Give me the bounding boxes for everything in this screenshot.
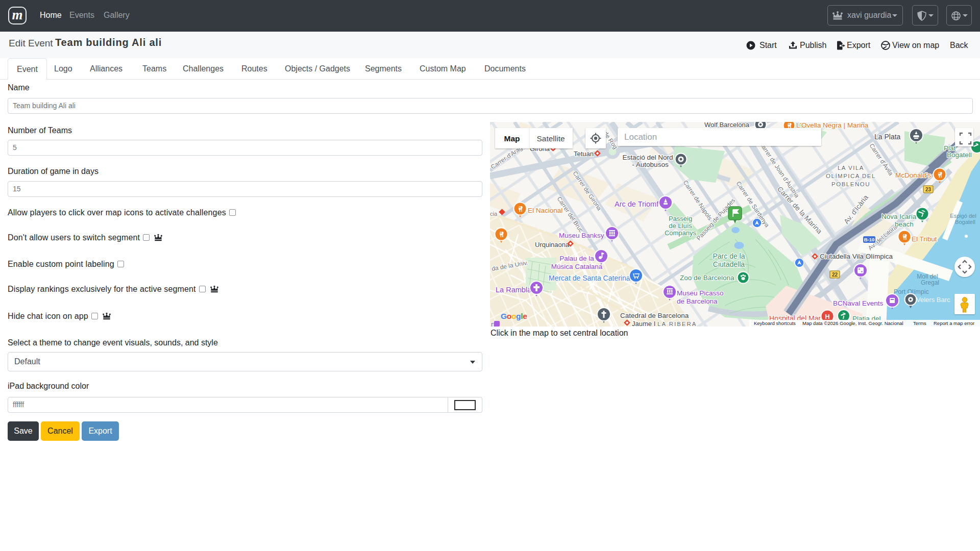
- svg-text:Satellite: Satellite: [536, 134, 565, 143]
- svg-text:Ciutadella Vila Olímpica: Ciutadella Vila Olímpica: [820, 253, 893, 260]
- svg-text:Google: Google: [501, 312, 527, 320]
- svg-text:B-10: B-10: [864, 237, 875, 242]
- svg-text:Report a map error: Report a map error: [934, 320, 974, 326]
- svg-text:Espigó del: Espigó del: [950, 213, 976, 219]
- svg-text:McDonald's: McDonald's: [895, 171, 931, 179]
- svg-text:La Rambla: La Rambla: [496, 286, 532, 294]
- svg-text:La Plata: La Plata: [874, 133, 901, 141]
- svg-text:m: m: [12, 8, 22, 22]
- svg-text:Mercat de Santa Caterina: Mercat de Santa Caterina: [549, 274, 630, 282]
- svg-text:LA VILA: LA VILA: [838, 165, 864, 171]
- svg-text:Zoo de Barcelona: Zoo de Barcelona: [680, 274, 734, 282]
- svg-text:Ciutadella: Ciutadella: [713, 260, 745, 268]
- svg-text:LA RIBERA: LA RIBERA: [657, 321, 697, 327]
- svg-text:H: H: [825, 313, 829, 320]
- svg-text:Museu Picasso: Museu Picasso: [677, 289, 724, 297]
- svg-text:- Autobusos: - Autobusos: [632, 161, 669, 168]
- svg-text:BCNaval Events: BCNaval Events: [833, 299, 884, 307]
- svg-text:Estació del Nord: Estació del Nord: [622, 154, 673, 161]
- svg-text:Urquinaona: Urquinaona: [535, 241, 570, 248]
- svg-text:El Nacional: El Nacional: [528, 207, 562, 214]
- svg-text:OLÍMPICA DEL: OLÍMPICA DEL: [826, 173, 876, 179]
- svg-text:Música Catalana: Música Catalana: [551, 263, 603, 270]
- svg-text:22: 22: [832, 272, 838, 278]
- svg-text:Tetuan: Tetuan: [574, 150, 594, 158]
- svg-text:Map: Map: [504, 134, 520, 143]
- svg-text:POBLENOU: POBLENOU: [831, 181, 870, 187]
- svg-text:Terms: Terms: [913, 320, 926, 326]
- svg-text:Bogatell: Bogatell: [955, 219, 975, 225]
- svg-text:L'Ovella Negra | Marina: L'Ovella Negra | Marina: [796, 122, 869, 129]
- svg-text:Wolf Barcelona: Wolf Barcelona: [704, 122, 750, 129]
- svg-text:Passeig: Passeig: [669, 215, 692, 222]
- svg-text:23: 23: [925, 187, 932, 192]
- svg-text:Parc de la: Parc de la: [713, 252, 745, 260]
- svg-text:Gregal: Gregal: [921, 279, 939, 286]
- svg-text:beach: beach: [895, 220, 914, 228]
- svg-text:El Tribut: El Tribut: [912, 235, 937, 243]
- svg-text:Museu Banksy: Museu Banksy: [559, 232, 604, 239]
- svg-text:de Barcelona: de Barcelona: [677, 297, 718, 305]
- svg-text:Palau de la: Palau de la: [559, 255, 594, 262]
- svg-text:Map data ©2026 Google, Inst. G: Map data ©2026 Google, Inst. Geogr. Naci…: [802, 320, 903, 326]
- svg-text:Keyboard shortcuts: Keyboard shortcuts: [754, 320, 796, 326]
- svg-text:Location: Location: [624, 132, 657, 142]
- svg-text:Catedral de Barcelona: Catedral de Barcelona: [620, 312, 689, 319]
- svg-text:Nova Icaria: Nova Icaria: [881, 213, 917, 220]
- svg-text:cia: cia: [490, 211, 498, 217]
- svg-text:Companys: Companys: [665, 229, 697, 237]
- svg-text:Arc de Triomf: Arc de Triomf: [615, 200, 659, 208]
- svg-text:Jaume I: Jaume I: [632, 320, 655, 327]
- svg-text:Velers Barc: Velers Barc: [916, 296, 950, 304]
- svg-text:Bogatell: Bogatell: [947, 151, 972, 159]
- svg-text:de Lluís: de Lluís: [669, 222, 692, 230]
